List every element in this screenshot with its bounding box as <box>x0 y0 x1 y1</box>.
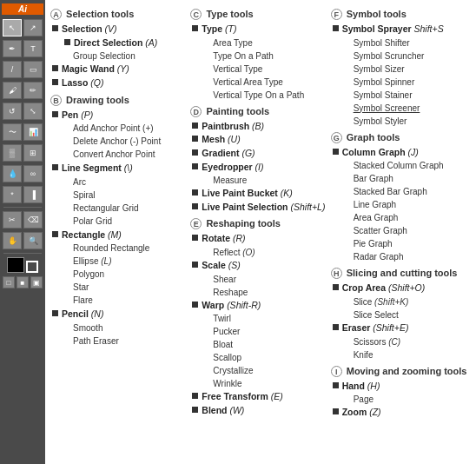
bullet-icon <box>64 39 70 45</box>
tool-sub: Radar Graph <box>354 251 404 262</box>
tool-sub: Scissors (C) <box>354 336 400 348</box>
list-item: Line Graph <box>333 198 467 211</box>
bullet-icon <box>192 407 198 413</box>
slice-tool-icon[interactable]: ✂ <box>3 211 22 229</box>
scale-tool-icon[interactable]: ⤡ <box>23 103 43 120</box>
list-item: Delete Anchor (-) Point <box>52 135 187 148</box>
column-3: F Symbol tools Symbol Sprayer Shift+S Sy… <box>331 3 471 420</box>
tool-sub: Polygon <box>73 268 104 280</box>
fill-color[interactable] <box>7 257 24 273</box>
list-item: Arc <box>52 176 187 189</box>
list-item: Pen (P) <box>52 109 187 123</box>
blend-tool-icon[interactable]: ∞ <box>23 165 43 182</box>
list-item: Direct Selection (A) <box>52 36 187 50</box>
bullet-icon <box>333 408 339 414</box>
selection-tool-icon[interactable]: ↖ <box>3 19 22 36</box>
list-item: Selection (V) <box>52 23 187 36</box>
list-item: Hand (H) <box>333 380 467 394</box>
section-title-A: A Selection tools <box>50 9 187 20</box>
section-title-C: C Type tools <box>190 9 327 20</box>
tool-sub: Symbol Stainer <box>354 89 413 101</box>
eyedropper-tool-icon[interactable]: 💧 <box>3 165 22 182</box>
bullet-icon <box>52 310 58 316</box>
column-graph-tool-icon[interactable]: ▐ <box>23 186 43 203</box>
mesh-tool-icon[interactable]: ⊞ <box>23 144 43 162</box>
list-item: Blend (W) <box>192 404 327 418</box>
section-title-D: D Painting tools <box>190 106 327 117</box>
list-item: Mesh (U) <box>192 133 327 147</box>
tool-name: Hand (H) <box>342 381 380 393</box>
warp-tool-icon[interactable]: 〜 <box>3 123 22 141</box>
tool-sub: Bloat <box>213 339 233 350</box>
normal-mode-icon[interactable]: □ <box>3 276 15 288</box>
line-tool-icon[interactable]: / <box>3 61 22 78</box>
list-item: Vertical Area Type <box>192 76 327 89</box>
bullet-icon <box>333 382 339 388</box>
list-item: Scallop <box>192 351 327 364</box>
tool-sub: Type On a Path <box>213 50 274 62</box>
tool-sub: Twirl <box>213 313 231 324</box>
tool-name: Pencil (N) <box>62 308 103 321</box>
app-logo: Ai <box>2 3 43 15</box>
zoom-tool-icon[interactable]: 🔍 <box>23 232 43 249</box>
list-item: Pie Graph <box>333 237 467 250</box>
tool-sub: Path Eraser <box>73 335 119 347</box>
bullet-icon <box>52 111 58 117</box>
list-item: Symbol Shifter <box>333 36 467 50</box>
tool-sub: Knife <box>354 349 374 361</box>
tool-name: Free Transform (E) <box>202 391 282 403</box>
list-item: Pucker <box>192 325 327 338</box>
list-item: Rectangle (M) <box>52 229 187 242</box>
tool-sub: Convert Anchor Point <box>73 149 155 160</box>
list-item: Polygon <box>52 268 187 281</box>
stroke-color[interactable] <box>26 261 38 273</box>
rotate-tool-icon[interactable]: ↺ <box>3 103 22 120</box>
section-letter-G: G <box>331 132 342 143</box>
list-item: Group Selection <box>52 50 187 63</box>
fullscreen-mode-icon[interactable]: ■ <box>17 276 29 288</box>
pen-tool-icon[interactable]: ✒ <box>3 40 22 57</box>
tool-name: Crop Area (Shift+O) <box>342 282 426 295</box>
tool-sub: Reshape <box>213 287 248 298</box>
list-item: Vertical Type On a Path <box>192 89 327 102</box>
tool-sub: Vertical Type <box>213 63 262 75</box>
tool-sub: Line Graph <box>354 199 396 210</box>
tool-name: Column Graph (J) <box>342 147 419 159</box>
tool-sub: Symbol Sizer <box>354 63 405 75</box>
list-item: Rectangular Grid <box>52 202 187 215</box>
direct-selection-tool-icon[interactable]: ↗ <box>23 19 43 36</box>
type-tool-icon[interactable]: T <box>23 40 43 57</box>
list-item: Scale (S) <box>192 259 327 273</box>
tool-name: Type (T) <box>202 23 236 36</box>
tool-sub: Symbol Shifter <box>354 37 410 49</box>
list-item: Flare <box>52 294 187 307</box>
tool-sub: Wrinkle <box>213 378 241 389</box>
tool-sub: Symbol Scruncher <box>354 50 425 62</box>
preview-mode-icon[interactable]: ▣ <box>30 276 43 288</box>
pencil-tool-icon[interactable]: ✏ <box>23 82 43 99</box>
list-item: Rounded Rectangle <box>52 242 187 255</box>
eraser-tool-icon[interactable]: ⌫ <box>23 211 43 229</box>
rectangle-tool-icon[interactable]: ▭ <box>23 61 43 78</box>
symbol-sprayer-tool-icon[interactable]: * <box>3 186 22 203</box>
main-content: A Selection tools Selection (V) Direct S… <box>45 0 476 464</box>
tool-sub: Vertical Type On a Path <box>213 89 304 101</box>
tool-name: Rotate (R) <box>202 233 245 245</box>
tool-sub: Stacked Bar Graph <box>354 186 427 197</box>
list-item: Symbol Spinner <box>333 76 467 89</box>
paintbrush-tool-icon[interactable]: 🖌 <box>3 82 22 99</box>
tool-sub: Slice (Shift+K) <box>354 296 409 308</box>
list-item: Polar Grid <box>52 215 187 228</box>
bullet-icon <box>192 203 198 209</box>
gradient-tool-icon[interactable]: ▒ <box>3 144 22 162</box>
list-item: Symbol Styler <box>333 115 467 128</box>
tool-sub: Smooth <box>73 322 102 334</box>
tool-name: Pen (P) <box>62 109 93 122</box>
section-F-label: Symbol tools <box>347 9 407 19</box>
list-item: Bloat <box>192 338 327 351</box>
list-item: Area Graph <box>333 211 467 224</box>
list-item: Gradient (G) <box>192 147 327 161</box>
graph-tool-icon[interactable]: 📊 <box>23 123 43 141</box>
hand-tool-icon[interactable]: ✋ <box>3 232 22 249</box>
tool-name: Rectangle (M) <box>62 229 122 242</box>
